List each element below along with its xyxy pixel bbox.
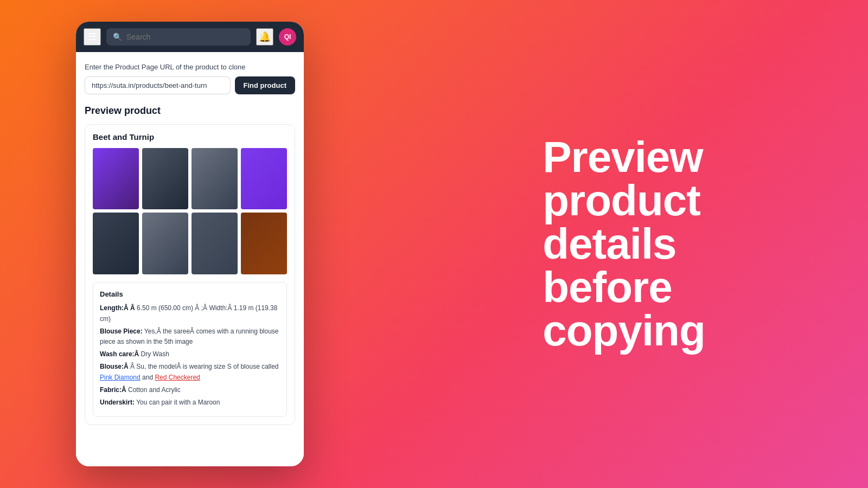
fabric-value: Cotton and Acrylic: [126, 386, 181, 394]
nav-bar: ☰ 🔍 🔔 QI: [76, 22, 304, 52]
wash-value: Dry Wash: [139, 350, 169, 358]
underskirt-value: You can pair it with a Maroon: [135, 399, 220, 406]
product-title: Beet and Turnip: [93, 132, 287, 142]
product-image-2[interactable]: [142, 148, 188, 209]
product-image-1[interactable]: [93, 148, 139, 209]
hero-line3: details: [542, 220, 676, 268]
page-content: Enter the Product Page URL of the produc…: [76, 52, 304, 466]
preview-product-heading: Preview product: [85, 105, 295, 117]
notification-bell-button[interactable]: 🔔: [256, 28, 273, 46]
length-row: Length:Â Â 6.50 m (650.00 cm) Â ;Â Width…: [100, 303, 280, 324]
hero-text: Preview product details before copying: [542, 136, 705, 352]
preview-card: Beet and Turnip Details Length:Â Â 6.50 …: [85, 124, 295, 425]
search-bar[interactable]: 🔍: [106, 28, 251, 46]
details-title: Details: [100, 289, 280, 300]
fabric-row: Fabric:Â Cotton and Acrylic: [100, 385, 280, 395]
product-image-7[interactable]: [192, 213, 238, 274]
underskirt-label: Underskirt:: [100, 399, 135, 406]
pink-diamond-link[interactable]: Pink Diamond: [100, 374, 141, 381]
hero-line4: before: [542, 263, 672, 311]
find-product-button[interactable]: Find product: [235, 76, 295, 94]
wash-row: Wash care:Â Dry Wash: [100, 349, 280, 359]
search-input[interactable]: [126, 33, 244, 41]
phone-mockup: ☰ 🔍 🔔 QI Enter the Product Page URL of t…: [76, 22, 304, 466]
length-label: Length:Â Â: [100, 304, 135, 312]
phone-area: ☰ 🔍 🔔 QI Enter the Product Page URL of t…: [0, 0, 380, 488]
blouse-label: Blouse Piece:: [100, 328, 143, 335]
hero-text-area: Preview product details before copying: [380, 114, 868, 374]
product-image-grid: [93, 148, 287, 274]
avatar-button[interactable]: QI: [279, 28, 296, 46]
url-label: Enter the Product Page URL of the produc…: [85, 63, 295, 71]
hamburger-button[interactable]: ☰: [84, 28, 101, 46]
hero-line2: product: [542, 176, 700, 224]
blouse2-label: Blouse:Â: [100, 363, 129, 370]
product-image-5[interactable]: [93, 213, 139, 274]
hero-line1: Preview: [542, 133, 703, 181]
blouse2-value: Â Su, the modelÂ is wearing size S of bl…: [129, 363, 279, 370]
details-box: Details Length:Â Â 6.50 m (650.00 cm) Â …: [93, 282, 287, 417]
product-image-6[interactable]: [142, 213, 188, 274]
link-and: and: [141, 374, 155, 381]
underskirt-row: Underskirt: You can pair it with a Maroo…: [100, 397, 280, 408]
url-row: Find product: [85, 76, 295, 94]
blouse-row: Blouse Piece: Yes,Â the sareeÂ comes wit…: [100, 326, 280, 347]
product-image-4[interactable]: [241, 148, 287, 209]
blouse2-row: Blouse:Â Â Su, the modelÂ is wearing siz…: [100, 362, 280, 382]
wash-label: Wash care:Â: [100, 350, 139, 358]
product-image-8[interactable]: [241, 213, 287, 274]
hero-line5: copying: [542, 306, 705, 355]
product-url-input[interactable]: [85, 76, 231, 94]
search-icon: 🔍: [113, 33, 122, 41]
product-image-3[interactable]: [192, 148, 238, 209]
fabric-label: Fabric:Â: [100, 386, 126, 394]
red-checkered-link[interactable]: Red Checkered: [155, 374, 200, 381]
